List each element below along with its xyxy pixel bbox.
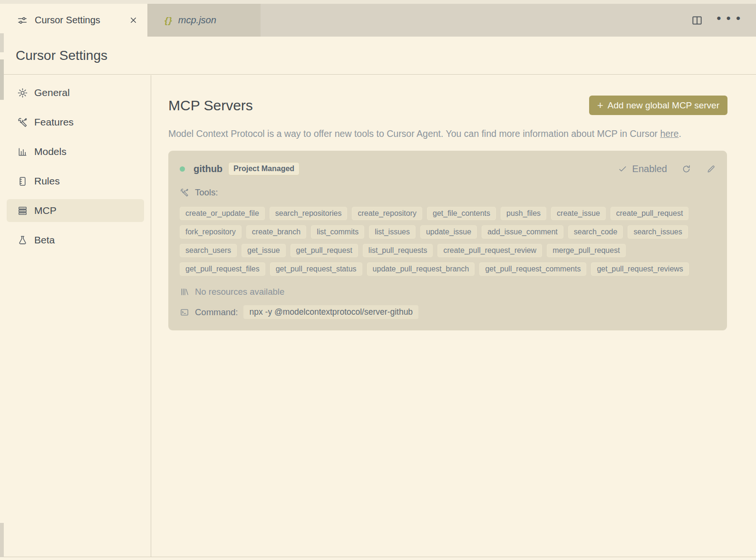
sidebar-item-label: Features <box>34 116 74 128</box>
add-button-label: Add new global MCP server <box>608 100 719 111</box>
tool-tag: get_issue <box>242 244 286 257</box>
rules-icon <box>17 176 28 187</box>
tool-tag: create_branch <box>246 225 306 239</box>
sidebar-item-general[interactable]: General <box>7 81 144 104</box>
tool-tag: update_pull_request_branch <box>367 262 475 276</box>
json-braces-icon: {} <box>165 15 173 26</box>
tool-tag: create_repository <box>352 207 422 220</box>
tab-mcp-json[interactable]: {} mcp.json <box>147 4 261 37</box>
tool-tag: fork_repository <box>180 225 242 239</box>
sidebar-item-label: MCP <box>34 205 57 216</box>
settings-sidebar: General Features <box>0 75 151 557</box>
description-period: . <box>678 128 681 139</box>
tool-tag: list_pull_requests <box>363 244 433 257</box>
tool-tag: get_pull_request <box>291 244 358 257</box>
window-top-strip <box>0 0 756 4</box>
more-actions-icon[interactable]: • • • <box>717 13 742 28</box>
tool-tag: search_repositories <box>270 207 348 220</box>
section-title: MCP Servers <box>168 97 253 114</box>
sidebar-item-label: Beta <box>34 234 55 246</box>
tool-tag: search_code <box>568 225 623 239</box>
command-value: npx -y @modelcontextprotocol/server-gith… <box>243 305 418 319</box>
close-icon[interactable] <box>129 16 138 25</box>
mcp-section-header: MCP Servers + Add new global MCP server <box>168 96 727 115</box>
server-card-header: github Project Managed Enabled <box>180 162 716 175</box>
terminal-icon <box>180 308 189 317</box>
server-card-actions: Enabled <box>618 164 716 174</box>
mcp-description: Model Context Protocol is a way to offer… <box>168 126 727 142</box>
tools-icon <box>17 117 28 128</box>
tool-tag: create_pull_request_review <box>437 244 542 257</box>
server-stack-icon <box>17 205 28 216</box>
library-icon <box>180 287 189 297</box>
split-editor-icon[interactable] <box>691 14 703 27</box>
add-global-mcp-server-button[interactable]: + Add new global MCP server <box>589 96 727 115</box>
tool-tag: search_users <box>180 244 237 257</box>
tool-tag: merge_pull_request <box>547 244 625 257</box>
tool-tag: push_files <box>501 207 546 220</box>
resources-text: No resources available <box>195 287 284 297</box>
mcp-server-card-github: github Project Managed Enabled <box>168 151 727 330</box>
sidebar-item-features[interactable]: Features <box>7 111 144 134</box>
here-link[interactable]: here <box>660 128 678 139</box>
flask-icon <box>17 235 28 246</box>
tool-tag: list_commits <box>311 225 364 239</box>
tool-tag: add_issue_comment <box>482 225 563 239</box>
tab-cursor-settings[interactable]: Cursor Settings <box>4 4 147 37</box>
server-status-dot <box>180 166 185 172</box>
tool-tag: get_pull_request_reviews <box>591 262 688 276</box>
refresh-icon[interactable] <box>681 164 691 174</box>
tools-icon <box>180 188 189 197</box>
sidebar-item-models[interactable]: Models <box>7 140 144 163</box>
edge-sliver <box>0 523 4 557</box>
tool-tag: create_or_update_file <box>180 207 265 220</box>
sidebar-item-label: Models <box>34 146 67 157</box>
edge-sliver <box>0 33 4 52</box>
tab-label: mcp.json <box>178 15 216 26</box>
gear-icon <box>17 87 28 98</box>
page-header: Cursor Settings <box>0 37 756 75</box>
description-text: Model Context Protocol is a way to offer… <box>168 128 660 139</box>
bar-chart-icon <box>17 146 28 157</box>
cursor-settings-window: Cursor Settings {} mcp.json • • • Cursor… <box>0 0 756 560</box>
page-title: Cursor Settings <box>16 48 107 63</box>
settings-body: General Features <box>0 75 756 557</box>
tool-tag: search_issues <box>628 225 688 239</box>
mcp-settings-panel: MCP Servers + Add new global MCP server … <box>151 75 756 557</box>
enabled-toggle[interactable]: Enabled <box>618 164 667 174</box>
tools-row: Tools: <box>180 187 716 198</box>
sidebar-item-beta[interactable]: Beta <box>7 229 144 251</box>
tools-label: Tools: <box>195 187 218 198</box>
tool-tag: update_issue <box>420 225 477 239</box>
tools-tag-list: create_or_update_file search_repositorie… <box>180 207 716 276</box>
command-row: Command: npx -y @modelcontextprotocol/se… <box>180 305 716 319</box>
enabled-label: Enabled <box>632 164 667 174</box>
sidebar-item-label: General <box>34 87 70 98</box>
tool-tag: get_pull_request_files <box>180 262 265 276</box>
tool-tag: list_issues <box>369 225 416 239</box>
edge-sliver <box>0 59 4 100</box>
sidebar-item-label: Rules <box>34 175 60 187</box>
edit-pencil-icon[interactable] <box>707 164 716 174</box>
tool-tag: create_pull_request <box>611 207 689 220</box>
tool-tag: create_issue <box>551 207 606 220</box>
tab-label: Cursor Settings <box>35 15 100 26</box>
tool-tag: get_pull_request_status <box>270 262 362 276</box>
check-icon <box>618 164 627 174</box>
tool-tag: get_pull_request_comments <box>479 262 586 276</box>
sliders-icon <box>17 15 28 26</box>
plus-icon: + <box>597 99 603 112</box>
project-managed-badge: Project Managed <box>228 162 300 175</box>
sidebar-item-rules[interactable]: Rules <box>7 170 144 193</box>
command-label: Command: <box>195 307 238 318</box>
tool-tag: get_file_contents <box>427 207 496 220</box>
server-name: github <box>194 164 223 174</box>
tab-bar-actions: • • • <box>691 4 756 37</box>
sidebar-item-mcp[interactable]: MCP <box>7 199 144 222</box>
resources-row: No resources available <box>180 287 716 297</box>
editor-tab-bar: Cursor Settings {} mcp.json • • • <box>4 4 756 37</box>
